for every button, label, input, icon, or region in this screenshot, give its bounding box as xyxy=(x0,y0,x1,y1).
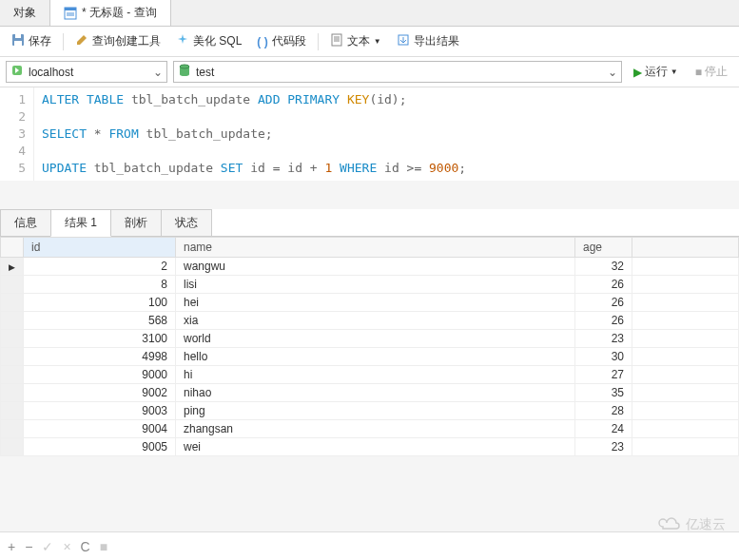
tab-result1[interactable]: 结果 1 xyxy=(50,209,111,237)
remove-row-button[interactable]: − xyxy=(25,539,32,554)
stop-label: 停止 xyxy=(705,64,728,80)
host-select[interactable]: localhost ⌄ xyxy=(6,61,167,83)
cell-id[interactable]: 8 xyxy=(24,276,176,294)
table-row[interactable]: 2 wangwu 32 xyxy=(1,258,739,276)
cell-name[interactable]: xia xyxy=(176,312,575,330)
cell-age[interactable]: 23 xyxy=(575,438,632,456)
cell-name[interactable]: nihao xyxy=(176,384,575,402)
separator xyxy=(63,33,64,50)
cell-name[interactable]: hei xyxy=(176,294,575,312)
result-tabs: 信息 结果 1 剖析 状态 xyxy=(0,209,739,237)
cell-spacer xyxy=(632,348,739,366)
tab-objects[interactable]: 对象 xyxy=(0,0,50,26)
stop-button[interactable]: ■ 停止 xyxy=(690,62,733,82)
cell-age[interactable]: 23 xyxy=(575,330,632,348)
row-indicator xyxy=(1,330,24,348)
table-row[interactable]: 568 xia 26 xyxy=(1,312,739,330)
cell-id[interactable]: 9004 xyxy=(24,420,176,438)
cell-age[interactable]: 26 xyxy=(575,312,632,330)
tab-profile[interactable]: 剖析 xyxy=(110,209,162,236)
result-area: 信息 结果 1 剖析 状态 id name age 2 wangwu 32 8 … xyxy=(0,209,739,456)
host-icon xyxy=(10,64,24,80)
table-row[interactable]: 9000 hi 27 xyxy=(1,366,739,384)
beautify-button[interactable]: 美化 SQL xyxy=(170,30,247,52)
cell-id[interactable]: 568 xyxy=(24,312,176,330)
result-grid[interactable]: id name age 2 wangwu 32 8 lisi 26 100 he… xyxy=(0,237,739,456)
code-area[interactable]: ALTER TABLE tbl_batch_update ADD PRIMARY… xyxy=(34,87,474,181)
cell-age[interactable]: 28 xyxy=(575,402,632,420)
table-row[interactable]: 4998 hello 30 xyxy=(1,348,739,366)
row-indicator xyxy=(1,258,24,276)
cell-age[interactable]: 26 xyxy=(575,294,632,312)
sql-editor[interactable]: 1 2 3 4 5 ALTER TABLE tbl_batch_update A… xyxy=(0,87,739,181)
ident: tbl_batch_update xyxy=(131,92,250,106)
col-age[interactable]: age xyxy=(575,238,632,258)
table-row[interactable]: 8 lisi 26 xyxy=(1,276,739,294)
cell-age[interactable]: 26 xyxy=(575,276,632,294)
table-row[interactable]: 9003 ping 28 xyxy=(1,402,739,420)
bottom-bar: + − ✓ × C ■ xyxy=(0,531,739,560)
cancel-edit-button[interactable]: × xyxy=(63,539,70,554)
table-row[interactable]: 100 hei 26 xyxy=(1,294,739,312)
kw: SELECT xyxy=(42,126,87,141)
col-name[interactable]: name xyxy=(176,238,575,258)
separator xyxy=(318,33,319,50)
cell-age[interactable]: 27 xyxy=(575,366,632,384)
tab-info[interactable]: 信息 xyxy=(0,209,51,236)
ident: id xyxy=(287,161,302,175)
run-button[interactable]: ▶ 运行 ▼ xyxy=(628,62,684,82)
cell-age[interactable]: 30 xyxy=(575,348,632,366)
cell-name[interactable]: world xyxy=(176,330,575,348)
parens-icon: ( ) xyxy=(257,35,267,48)
db-select[interactable]: test ⌄ xyxy=(173,61,622,83)
cell-name[interactable]: zhangsan xyxy=(176,420,575,438)
table-row[interactable]: 3100 world 23 xyxy=(1,330,739,348)
table-row[interactable]: 9005 wei 23 xyxy=(1,438,739,456)
save-button[interactable]: 保存 xyxy=(6,30,57,52)
kw: SET xyxy=(221,161,243,175)
kw: UPDATE xyxy=(42,161,87,175)
text-button[interactable]: 文本 ▼ xyxy=(324,30,387,52)
query-builder-button[interactable]: 查询创建工具 xyxy=(69,30,166,52)
cell-id[interactable]: 9000 xyxy=(24,366,176,384)
cell-name[interactable]: hi xyxy=(176,366,575,384)
cell-name[interactable]: hello xyxy=(176,348,575,366)
cell-name[interactable]: lisi xyxy=(176,276,575,294)
cell-age[interactable]: 35 xyxy=(575,384,632,402)
tab-status[interactable]: 状态 xyxy=(161,209,212,236)
tab-objects-label: 对象 xyxy=(13,5,36,21)
cell-age[interactable]: 24 xyxy=(575,420,632,438)
svg-rect-1 xyxy=(65,8,76,10)
refresh-button[interactable]: C xyxy=(81,539,90,554)
cell-id[interactable]: 9005 xyxy=(24,438,176,456)
table-row[interactable]: 9002 nihao 35 xyxy=(1,384,739,402)
cell-name[interactable]: ping xyxy=(176,402,575,420)
col-id[interactable]: id xyxy=(24,238,176,258)
query-tab-icon xyxy=(64,7,77,20)
stop-grid-button[interactable]: ■ xyxy=(100,539,107,554)
snippet-button[interactable]: ( ) 代码段 xyxy=(251,30,311,52)
table-row[interactable]: 9004 zhangsan 24 xyxy=(1,420,739,438)
cell-age[interactable]: 32 xyxy=(575,258,632,276)
ident: id xyxy=(250,161,265,175)
cell-id[interactable]: 2 xyxy=(24,258,176,276)
cell-id[interactable]: 3100 xyxy=(24,330,176,348)
cell-id[interactable]: 9002 xyxy=(24,384,176,402)
cell-name[interactable]: wei xyxy=(176,438,575,456)
watermark-text: 亿速云 xyxy=(686,516,726,533)
database-icon xyxy=(178,64,191,80)
export-label: 导出结果 xyxy=(414,33,459,49)
fn: KEY xyxy=(347,92,369,106)
cell-name[interactable]: wangwu xyxy=(176,258,575,276)
cell-id[interactable]: 100 xyxy=(24,294,176,312)
chevron-down-icon: ⌄ xyxy=(153,66,163,79)
tab-result1-label: 结果 1 xyxy=(65,216,97,229)
export-icon xyxy=(397,33,410,49)
tab-query[interactable]: * 无标题 - 查询 xyxy=(50,0,171,26)
cell-id[interactable]: 9003 xyxy=(24,402,176,420)
host-label: localhost xyxy=(29,66,73,79)
add-row-button[interactable]: + xyxy=(8,539,15,554)
apply-button[interactable]: ✓ xyxy=(42,539,53,554)
cell-id[interactable]: 4998 xyxy=(24,348,176,366)
export-button[interactable]: 导出结果 xyxy=(391,30,465,52)
